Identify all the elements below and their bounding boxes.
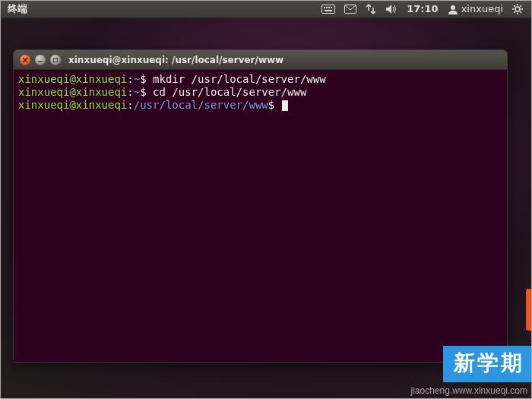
window-maximize-button[interactable] (50, 55, 61, 65)
network-indicator-icon[interactable] (361, 0, 381, 18)
cursor (282, 100, 288, 111)
maximize-icon (52, 57, 59, 63)
prompt-path: /usr/local/server/www (134, 99, 268, 111)
window-titlebar[interactable]: xinxueqi@xinxueqi: /usr/local/server/www (14, 50, 507, 70)
launcher-edge-hint[interactable] (526, 289, 532, 331)
active-app-label: 终端 (8, 2, 27, 16)
terminal-body[interactable]: xinxueqi@xinxueqi:~$ mkdir /usr/local/se… (14, 70, 507, 362)
svg-line-14 (514, 5, 515, 7)
watermark-subtext: jiaocheng.www.xinxueqi.com (411, 385, 527, 396)
window-minimize-button[interactable] (35, 55, 46, 65)
svg-rect-2 (326, 7, 328, 8)
svg-point-8 (451, 5, 455, 10)
user-icon (448, 4, 458, 14)
svg-rect-3 (328, 7, 330, 8)
user-menu-label: xinxueqi (461, 3, 503, 14)
svg-rect-19 (54, 58, 58, 62)
clock[interactable]: 17:10 (402, 3, 442, 14)
svg-rect-4 (331, 7, 332, 8)
svg-line-16 (514, 11, 515, 13)
command-text: mkdir /usr/local/server/www (153, 73, 326, 85)
window-close-button[interactable] (20, 55, 30, 65)
svg-rect-0 (322, 5, 335, 13)
terminal-window: xinxueqi@xinxueqi: /usr/local/server/www… (13, 49, 508, 363)
terminal-line: xinxueqi@xinxueqi:/usr/local/server/www$ (18, 99, 502, 112)
session-gear-icon[interactable] (508, 0, 527, 18)
svg-rect-1 (324, 7, 325, 8)
mail-indicator-icon[interactable] (340, 0, 361, 18)
prompt-user: xinxueqi@xinxueqi (18, 73, 127, 85)
close-icon (22, 57, 28, 63)
svg-marker-7 (386, 5, 391, 14)
keyboard-indicator-icon[interactable] (317, 0, 340, 18)
svg-point-9 (515, 7, 520, 11)
svg-line-17 (520, 5, 521, 7)
prompt-path: ~ (134, 73, 140, 85)
svg-rect-5 (325, 10, 332, 11)
command-text: cd /usr/local/server/www (153, 86, 306, 98)
user-menu[interactable]: xinxueqi (443, 3, 508, 14)
terminal-line: xinxueqi@xinxueqi:~$ cd /usr/local/serve… (18, 86, 502, 99)
window-buttons (20, 55, 61, 65)
prompt-user: xinxueqi@xinxueqi (18, 86, 127, 98)
watermark-banner: 新学期 (443, 346, 532, 382)
prompt-path: ~ (134, 86, 140, 98)
terminal-line: xinxueqi@xinxueqi:~$ mkdir /usr/local/se… (18, 73, 502, 86)
minimize-icon (37, 57, 43, 63)
prompt-user: xinxueqi@xinxueqi (18, 99, 127, 111)
top-panel: 终端 17:10 xinxueqi (0, 0, 532, 18)
svg-line-15 (520, 11, 521, 13)
sound-indicator-icon[interactable] (381, 0, 402, 18)
window-title: xinxueqi@xinxueqi: /usr/local/server/www (68, 55, 283, 65)
